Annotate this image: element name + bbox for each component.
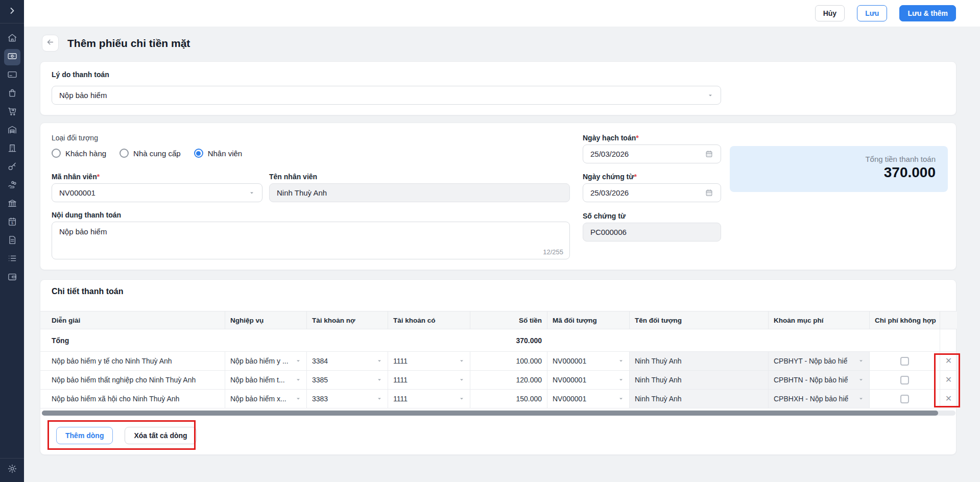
- cancel-button[interactable]: Hủy: [815, 5, 845, 21]
- cell-delete: ✕: [940, 371, 957, 389]
- horizontal-scrollbar[interactable]: [42, 411, 955, 416]
- calendar-dollar-icon: $: [7, 216, 17, 229]
- cell-fee-item: CPBHXH - Nộp bảo hiể: [768, 390, 869, 408]
- chevron-down-icon: [376, 377, 383, 383]
- radio-employee[interactable]: Nhân viên: [194, 149, 243, 158]
- delete-row-icon[interactable]: ✕: [945, 395, 952, 403]
- cell-credit-select[interactable]: 1111: [388, 390, 470, 408]
- sidebar-item-bank[interactable]: [4, 196, 20, 212]
- topbar: Hủy Lưu Lưu & thêm: [24, 0, 980, 27]
- cell-desc[interactable]: Nộp bảo hiểm thất nghiệp cho Ninh Thuỳ A…: [40, 371, 225, 389]
- list-icon: [7, 253, 17, 266]
- sidebar-item-wallet[interactable]: [4, 270, 20, 286]
- sidebar-item-credit-card[interactable]: [4, 67, 20, 84]
- table-header: Diễn giải Nghiệp vụ Tài khoản nợ Tài kho…: [40, 311, 957, 329]
- office-building-icon: [7, 143, 17, 155]
- cell-object-code-select[interactable]: NV000001: [547, 390, 629, 408]
- home-icon: [7, 33, 17, 45]
- save-button[interactable]: Lưu: [857, 5, 887, 21]
- employee-code-select[interactable]: NV000001: [52, 183, 262, 202]
- chevron-down-icon: [858, 358, 864, 364]
- radio-supplier[interactable]: Nhà cung cấp: [119, 149, 181, 158]
- radio-circle-icon: [119, 149, 129, 158]
- chevron-down-icon: [858, 377, 864, 383]
- radio-label: Nhà cung cấp: [133, 149, 181, 158]
- chevron-down-icon: [618, 377, 624, 383]
- col-header-credit: Tài khoản có: [388, 311, 470, 329]
- col-header-operation: Nghiệp vụ: [225, 311, 306, 329]
- total-amount-label: Tổng tiền thanh toán: [865, 155, 936, 163]
- cell-operation-select[interactable]: Nộp bảo hiểm x...: [225, 390, 306, 408]
- cell-debit-select[interactable]: 3384: [306, 352, 388, 370]
- back-button[interactable]: [42, 35, 59, 52]
- sidebar-item-budget[interactable]: $: [4, 214, 20, 231]
- sidebar-item-purchases[interactable]: [4, 86, 20, 102]
- sidebar-item-tools[interactable]: [4, 159, 20, 176]
- reason-label: Lý do thanh toán: [52, 70, 109, 79]
- delete-row-icon[interactable]: ✕: [945, 376, 952, 384]
- object-type-radio-group: Khách hàng Nhà cung cấp Nhân viên: [52, 149, 242, 158]
- document-date-input[interactable]: 25/03/2026: [583, 183, 721, 202]
- screen: $ Hủy Lưu Lưu & thêm Thêm phiếu chi tiền…: [0, 0, 980, 482]
- radio-customer[interactable]: Khách hàng: [52, 149, 106, 158]
- posting-date-input[interactable]: 25/03/2026: [583, 144, 721, 163]
- cell-operation-select[interactable]: Nộp bảo hiểm y ...: [225, 352, 306, 370]
- cell-debit-select[interactable]: 3385: [306, 371, 388, 389]
- cell-operation-select[interactable]: Nộp bảo hiểm t...: [225, 371, 306, 389]
- sidebar-item-sales[interactable]: [4, 104, 20, 120]
- payment-content-textarea[interactable]: Nộp bảo hiểm 12/255: [52, 222, 570, 259]
- cell-amount[interactable]: 150.000: [470, 390, 547, 408]
- calendar-icon[interactable]: [705, 150, 713, 158]
- invalid-expense-checkbox[interactable]: [900, 395, 909, 403]
- cell-object-code-select[interactable]: NV000001: [547, 352, 629, 370]
- chevron-down-icon: [249, 190, 255, 196]
- col-header-object-name: Tên đối tượng: [629, 311, 768, 329]
- cell-credit-select[interactable]: 1111: [388, 352, 470, 370]
- sidebar-settings-button[interactable]: [0, 458, 24, 482]
- invalid-expense-checkbox[interactable]: [900, 357, 909, 366]
- cell-credit-select[interactable]: 1111: [388, 371, 470, 389]
- col-header-invalid-expense: Chi phí không hợp: [869, 311, 940, 329]
- sidebar-item-warehouse[interactable]: [4, 123, 20, 139]
- sidebar: $: [0, 0, 24, 482]
- table-total-row: Tổng 370.000: [40, 329, 957, 352]
- delete-row-icon[interactable]: ✕: [945, 357, 952, 365]
- col-header-debit: Tài khoản nợ: [306, 311, 388, 329]
- cell-amount[interactable]: 100.000: [470, 352, 547, 370]
- table-row: Nộp bảo hiểm xã hội cho Ninh Thuỳ Anh Nộ…: [40, 390, 957, 408]
- sidebar-expand-button[interactable]: [0, 0, 24, 23]
- document-no-value: PC000006: [590, 228, 627, 236]
- sidebar-item-documents[interactable]: [4, 233, 20, 249]
- warehouse-icon: [7, 125, 17, 137]
- sidebar-item-salary[interactable]: [4, 178, 20, 194]
- cell-desc[interactable]: Nộp bảo hiểm xã hội cho Ninh Thuỳ Anh: [40, 390, 225, 408]
- sidebar-item-cash[interactable]: [4, 49, 20, 65]
- chevron-down-icon: [376, 396, 383, 402]
- reason-select[interactable]: Nộp bảo hiểm: [52, 86, 721, 105]
- calendar-icon[interactable]: [705, 188, 713, 197]
- save-and-add-button[interactable]: Lưu & thêm: [899, 5, 956, 21]
- wallet-icon: [7, 272, 17, 284]
- chevron-down-icon: [707, 92, 713, 99]
- cell-amount[interactable]: 120.000: [470, 371, 547, 389]
- chevron-down-icon: [618, 396, 624, 402]
- scrollbar-thumb[interactable]: [42, 411, 938, 416]
- hand-coins-icon: [7, 180, 17, 192]
- chevron-down-icon: [618, 358, 624, 364]
- chevron-down-icon: [459, 377, 465, 383]
- invalid-expense-checkbox[interactable]: [900, 376, 909, 384]
- sidebar-item-assets[interactable]: [4, 141, 20, 157]
- cell-desc[interactable]: Nộp bảo hiểm y tế cho Ninh Thuỳ Anh: [40, 352, 225, 370]
- document-date-value: 25/03/2026: [590, 188, 629, 197]
- cell-object-code-select[interactable]: NV000001: [547, 371, 629, 389]
- sidebar-item-home[interactable]: [4, 31, 20, 47]
- sidebar-item-lists[interactable]: [4, 251, 20, 268]
- add-row-button[interactable]: Thêm dòng: [56, 427, 113, 444]
- delete-all-rows-button[interactable]: Xóa tất cả dòng: [125, 427, 196, 444]
- cell-debit-select[interactable]: 3383: [306, 390, 388, 408]
- total-row-amount: 370.000: [470, 329, 547, 351]
- chevron-down-icon: [295, 396, 301, 402]
- table-rows: Nộp bảo hiểm y tế cho Ninh Thuỳ Anh Nộp …: [40, 352, 957, 408]
- chevron-down-icon: [295, 377, 301, 383]
- total-row-label: Tổng: [40, 329, 225, 351]
